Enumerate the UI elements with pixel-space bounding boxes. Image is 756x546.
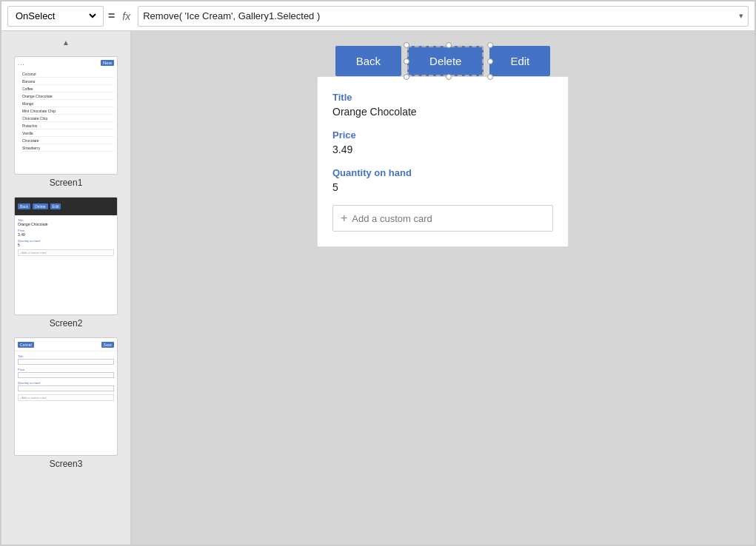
screen2-price-value: 3.49 xyxy=(18,232,114,237)
list-item: Mint Chocolate Chip xyxy=(22,107,114,115)
title-value: Orange Chocolate xyxy=(332,106,553,118)
formula-chevron-icon[interactable]: ▾ xyxy=(739,11,743,21)
screen2-label: Screen2 xyxy=(50,318,83,328)
formula-text: Remove( 'Ice Cream', Gallery1.Selected ) xyxy=(143,10,739,21)
quantity-label: Quantity on hand xyxy=(332,167,553,178)
list-item: Banana xyxy=(22,78,114,85)
quantity-value: 5 xyxy=(332,181,553,193)
add-custom-card-label: Add a custom card xyxy=(352,213,432,224)
screen2-title-value: Orange Chocolate xyxy=(18,222,114,226)
screen2-qty-value: 5 xyxy=(18,243,114,247)
screen3-thumbnail[interactable]: Cancel Save Title Price Quantity on hand… xyxy=(14,337,118,456)
main-layout: ▲ ··· New Coconut Banana Coffee Orange C… xyxy=(1,31,755,546)
screen2-thumbnail[interactable]: Back Delete Edit Title Orange Chocolate … xyxy=(14,197,118,315)
left-panel: ▲ ··· New Coconut Banana Coffee Orange C… xyxy=(1,31,131,546)
list-item: Coffee xyxy=(22,85,114,92)
delete-button-wrap: Delete xyxy=(407,46,489,76)
screen3-content: Title Price Quantity on hand + Add a cus… xyxy=(15,351,117,404)
fx-label: fx xyxy=(119,10,133,22)
quantity-field: Quantity on hand 5 xyxy=(332,167,553,193)
price-value: 3.49 xyxy=(332,144,553,155)
detail-card: Title Orange Chocolate Price 3.49 Quanti… xyxy=(317,76,569,247)
equals-sign: = xyxy=(108,10,115,23)
edit-button[interactable]: Edit xyxy=(489,46,550,76)
screen3-price-label: Price xyxy=(18,368,114,371)
screen2-thumb-wrap: Back Delete Edit Title Orange Chocolate … xyxy=(1,197,130,328)
list-item: Mango xyxy=(22,100,114,107)
screen2-topbar: Back Delete Edit xyxy=(15,198,117,215)
screen1-thumbnail[interactable]: ··· New Coconut Banana Coffee Orange Cho… xyxy=(14,56,118,175)
plus-icon: + xyxy=(341,212,347,225)
back-button[interactable]: Back xyxy=(335,46,401,76)
screen3-cancel-btn: Cancel xyxy=(18,342,34,348)
price-label: Price xyxy=(332,129,553,141)
add-custom-card[interactable]: + Add a custom card xyxy=(332,205,553,232)
screen3-title-label: Title xyxy=(18,354,114,358)
list-item: Pistachio xyxy=(22,122,114,129)
screen1-list: Coconut Banana Coffee Orange Chocolate M… xyxy=(22,70,114,171)
formula-bar: OnSelect = fx Remove( 'Ice Cream', Galle… xyxy=(1,1,755,31)
formula-input-wrap[interactable]: Remove( 'Ice Cream', Gallery1.Selected )… xyxy=(138,6,749,27)
screen2-add-card: + Add a custom card xyxy=(18,249,114,256)
list-item: Orange Chocolate xyxy=(22,92,114,100)
screen2-edit-btn: Edit xyxy=(50,203,61,209)
scroll-up-arrow[interactable]: ▲ xyxy=(60,37,72,47)
screen3-add-card: + Add a custom card xyxy=(18,394,114,401)
list-item: Chocolate Chip xyxy=(22,115,114,122)
list-item: Chocolate xyxy=(22,137,114,144)
title-label: Title xyxy=(332,92,553,103)
title-field: Title Orange Chocolate xyxy=(332,92,553,118)
screen3-topbar: Cancel Save xyxy=(15,338,117,351)
screen1-new-btn: New xyxy=(101,60,114,66)
screen1-label: Screen1 xyxy=(50,178,83,188)
list-item: Coconut xyxy=(22,70,114,78)
screen1-dots: ··· xyxy=(18,61,25,68)
screen3-save-btn: Save xyxy=(101,342,114,348)
delete-button[interactable]: Delete xyxy=(407,46,484,76)
price-field: Price 3.49 xyxy=(332,129,553,155)
screen2-delete-btn: Delete xyxy=(33,203,47,209)
screen1-thumb-wrap: ··· New Coconut Banana Coffee Orange Cho… xyxy=(1,56,130,188)
phone-frame: Back Delete Edit xyxy=(317,46,569,247)
screen3-thumb-wrap: Cancel Save Title Price Quantity on hand… xyxy=(1,337,130,469)
action-buttons-row: Back Delete Edit xyxy=(335,46,551,76)
center-canvas: Back Delete Edit xyxy=(131,31,755,546)
screen3-label: Screen3 xyxy=(50,459,83,469)
screen2-content: Title Orange Chocolate Price 3.49 Quanti… xyxy=(15,215,117,259)
list-item: Vanilla xyxy=(22,129,114,137)
screen3-price-input xyxy=(18,372,114,378)
screen3-title-input xyxy=(18,359,114,365)
formula-dropdown[interactable]: OnSelect xyxy=(7,6,104,27)
screen3-qty-input xyxy=(18,385,114,391)
formula-dropdown-select[interactable]: OnSelect xyxy=(13,10,98,22)
screen3-qty-label: Quantity on hand xyxy=(18,381,114,385)
screen2-back-btn: Back xyxy=(18,203,30,209)
list-item: Strawberry xyxy=(22,144,114,152)
